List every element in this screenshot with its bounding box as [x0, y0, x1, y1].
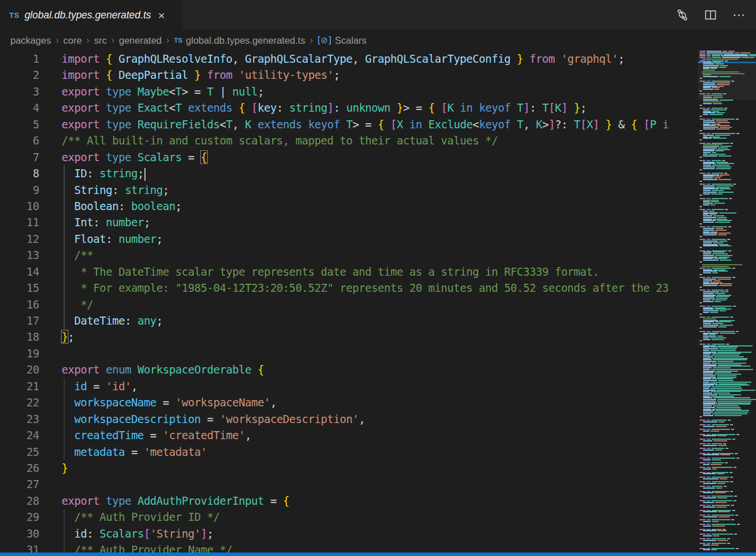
- code-line[interactable]: 1import { GraphQLResolveInfo, GraphQLSca…: [0, 51, 698, 67]
- code-text: String: string;: [62, 182, 169, 198]
- line-number[interactable]: 16: [0, 296, 39, 313]
- line-number[interactable]: 12: [0, 231, 39, 247]
- code-line[interactable]: 17 DateTime: any;: [0, 313, 698, 329]
- line-number[interactable]: 25: [0, 444, 39, 460]
- line-number[interactable]: 23: [0, 411, 39, 427]
- chevron-right-icon: ›: [86, 35, 89, 45]
- code-line[interactable]: 6/** All built-in and custom scalars, ma…: [0, 132, 698, 148]
- code-text: DateTime: any;: [62, 313, 163, 329]
- code-line[interactable]: 28export type AddAuthProviderInput = {: [0, 493, 698, 509]
- breadcrumb-item-packages[interactable]: packages: [10, 35, 51, 46]
- tab-global-db-types[interactable]: TS global.db.types.generated.ts ×: [0, 0, 182, 30]
- code-line[interactable]: 8 ID: string;: [0, 165, 698, 181]
- line-number[interactable]: 9: [0, 182, 39, 198]
- line-number[interactable]: 4: [0, 100, 39, 116]
- code-text: workspaceDescription = 'workspaceDescrip…: [62, 411, 365, 427]
- breadcrumb-item-src[interactable]: src: [94, 35, 106, 46]
- code-text: export type AddAuthProviderInput = {: [62, 493, 289, 509]
- code-line[interactable]: 26}: [0, 460, 698, 476]
- breadcrumb-item-generated[interactable]: generated: [119, 35, 162, 46]
- chevron-right-icon: ›: [310, 35, 312, 45]
- code-text: import { GraphQLResolveInfo, GraphQLScal…: [62, 51, 624, 67]
- compare-changes-icon[interactable]: [676, 9, 689, 21]
- code-line[interactable]: 31 /** Auth Provider Name */: [0, 542, 698, 553]
- code-line[interactable]: 3export type Maybe<T> = T | null;: [0, 83, 698, 100]
- code-line[interactable]: 2import { DeepPartial } from 'utility-ty…: [0, 67, 698, 83]
- line-number[interactable]: 2: [0, 67, 39, 83]
- line-number[interactable]: 15: [0, 280, 39, 296]
- code-text: workspaceName = 'workspaceName',: [62, 394, 277, 410]
- code-text: Int: number;: [62, 214, 150, 230]
- code-line[interactable]: 7export type Scalars = {: [0, 149, 698, 165]
- close-tab-icon[interactable]: ×: [158, 9, 165, 21]
- code-line[interactable]: 19: [0, 345, 698, 361]
- code-line[interactable]: 4export type Exact<T extends { [key: str…: [0, 100, 698, 116]
- breadcrumb-item-scalars[interactable]: Scalars: [335, 35, 366, 46]
- line-number[interactable]: 21: [0, 378, 39, 394]
- line-number[interactable]: 22: [0, 394, 39, 410]
- line-number[interactable]: 28: [0, 493, 39, 509]
- line-number[interactable]: 20: [0, 361, 39, 378]
- code-line[interactable]: 12 Float: number;: [0, 231, 698, 247]
- code-line[interactable]: 21 id = 'id',: [0, 378, 698, 394]
- line-number[interactable]: 17: [0, 313, 39, 329]
- code-line[interactable]: 23 workspaceDescription = 'workspaceDesc…: [0, 411, 698, 427]
- line-number[interactable]: 18: [0, 329, 39, 345]
- minimap[interactable]: [698, 51, 756, 553]
- code-line[interactable]: 30 id: Scalars['String'];: [0, 525, 698, 542]
- line-number[interactable]: 10: [0, 198, 39, 214]
- line-number[interactable]: 24: [0, 427, 39, 443]
- code-line[interactable]: 5export type RequireFields<T, K extends …: [0, 116, 698, 132]
- code-line[interactable]: 16 */: [0, 296, 698, 313]
- line-number[interactable]: 30: [0, 525, 39, 542]
- code-text: /**: [62, 247, 93, 263]
- code-line[interactable]: 13 /**: [0, 247, 698, 263]
- code-line[interactable]: 20export enum WorkspaceOrderable {: [0, 361, 698, 378]
- line-number[interactable]: 26: [0, 460, 39, 476]
- code-line[interactable]: 18};: [0, 329, 698, 345]
- code-line[interactable]: 24 createdTime = 'createdTime',: [0, 427, 698, 443]
- chevron-right-icon: ›: [56, 35, 59, 45]
- code-text: /** All built-in and custom scalars, map…: [62, 132, 498, 148]
- line-number[interactable]: 3: [0, 83, 39, 100]
- code-text: /** Auth Provider ID */: [62, 509, 220, 525]
- line-number[interactable]: 13: [0, 247, 39, 263]
- line-number[interactable]: 27: [0, 476, 39, 492]
- code-line[interactable]: 25 metadata = 'metadata': [0, 444, 698, 460]
- code-line[interactable]: 11 Int: number;: [0, 214, 698, 230]
- breadcrumb-item-core[interactable]: core: [63, 35, 82, 46]
- code-text: metadata = 'metadata': [62, 444, 207, 460]
- code-text: export type Maybe<T> = T | null;: [62, 83, 264, 100]
- breadcrumb-item-filename[interactable]: global.db.types.generated.ts: [186, 35, 305, 46]
- line-number[interactable]: 1: [0, 51, 39, 67]
- editor-actions: ⋯: [676, 0, 746, 30]
- line-number[interactable]: 19: [0, 345, 39, 361]
- line-number[interactable]: 14: [0, 264, 39, 280]
- code-line[interactable]: 9 String: string;: [0, 182, 698, 198]
- code-line[interactable]: 15 * For example: "1985-04-12T23:20:50.5…: [0, 280, 698, 296]
- code-text: export type Scalars = {: [62, 149, 207, 165]
- line-number[interactable]: 29: [0, 509, 39, 525]
- line-number[interactable]: 8: [0, 165, 39, 181]
- split-editor-icon[interactable]: [704, 9, 717, 21]
- line-number[interactable]: 5: [0, 116, 39, 132]
- line-number[interactable]: 7: [0, 149, 39, 165]
- code-text: Boolean: boolean;: [62, 198, 182, 214]
- code-text: */: [62, 296, 93, 313]
- symbol-type-icon: [⊘]: [318, 35, 331, 45]
- code-line[interactable]: 22 workspaceName = 'workspaceName',: [0, 394, 698, 410]
- code-line[interactable]: 14 * The DateTime scalar type represents…: [0, 264, 698, 280]
- code-text: ID: string;: [62, 165, 146, 181]
- code-line[interactable]: 27: [0, 476, 698, 492]
- chevron-right-icon: ›: [111, 35, 114, 45]
- code-text: id: Scalars['String'];: [62, 525, 213, 542]
- line-number[interactable]: 11: [0, 214, 39, 230]
- chevron-right-icon: ›: [166, 35, 169, 45]
- typescript-file-icon: TS: [174, 37, 182, 44]
- code-line[interactable]: 29 /** Auth Provider ID */: [0, 509, 698, 525]
- line-number[interactable]: 6: [0, 132, 39, 148]
- code-line[interactable]: 10 Boolean: boolean;: [0, 198, 698, 214]
- code-editor[interactable]: 1import { GraphQLResolveInfo, GraphQLSca…: [0, 51, 698, 553]
- code-text: };: [62, 329, 74, 345]
- line-number[interactable]: 31: [0, 542, 39, 553]
